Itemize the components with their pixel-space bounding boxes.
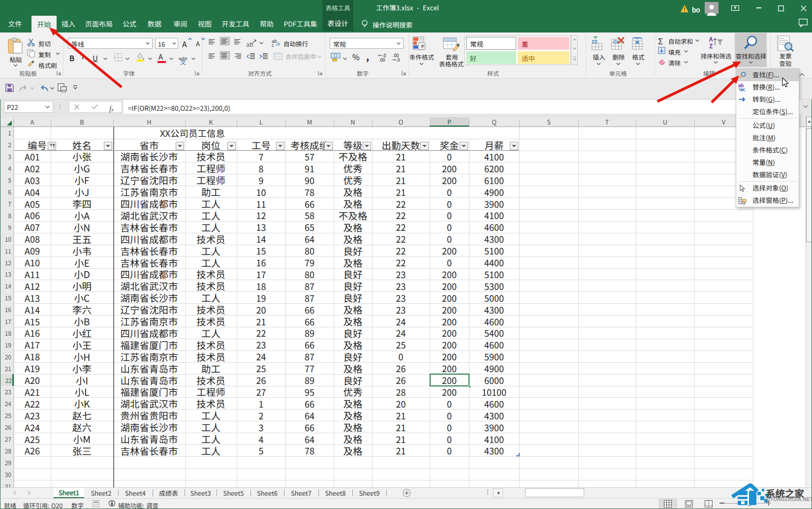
svg-text:.00: .00	[379, 57, 385, 62]
svg-text:→.0: →.0	[392, 57, 400, 62]
svg-text:ac: ac	[740, 86, 745, 92]
svg-text:≠: ≠	[420, 42, 425, 50]
svg-text:Z: Z	[709, 41, 713, 50]
svg-text:c: c	[272, 42, 274, 47]
